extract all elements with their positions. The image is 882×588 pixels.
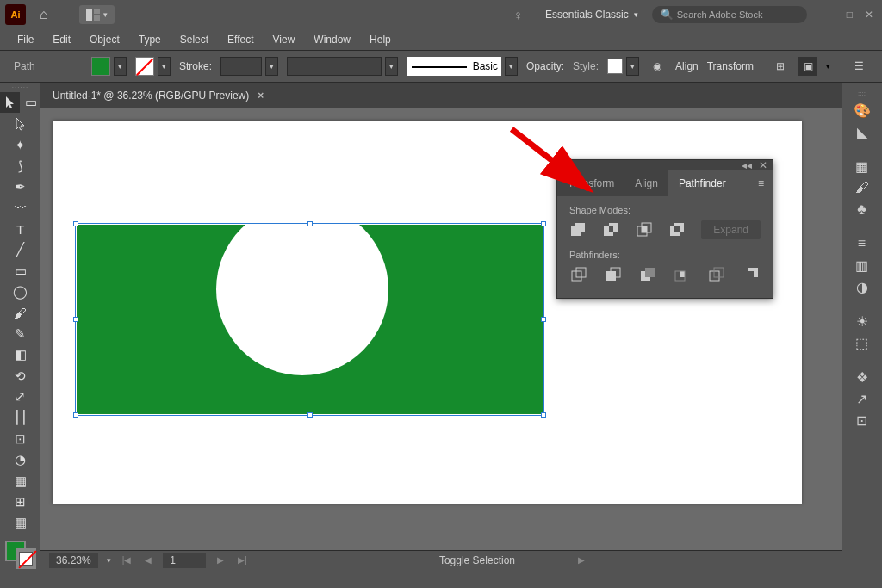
chevron-down-icon[interactable]: ▾ xyxy=(826,62,830,71)
document-tab-title[interactable]: Untitled-1* @ 36.23% (RGB/GPU Preview) xyxy=(53,90,249,102)
close-button[interactable]: ✕ xyxy=(865,9,873,21)
color-panel-icon[interactable]: 🎨 xyxy=(851,101,873,120)
magic-wand-tool[interactable]: ✦ xyxy=(10,135,30,154)
crop-button[interactable] xyxy=(673,265,692,284)
next-artboard-button[interactable]: ▶ xyxy=(214,555,227,565)
workspace-switcher[interactable]: Essentials Classic ▾ xyxy=(538,5,645,24)
panel-flyout-menu[interactable]: ≡ xyxy=(749,177,773,189)
transparency-panel-icon[interactable]: ◑ xyxy=(851,277,873,296)
tab-transform[interactable]: Transform xyxy=(557,170,624,196)
var-width-dropdown[interactable]: ▾ xyxy=(385,57,398,76)
pen-tool[interactable]: ✒ xyxy=(10,177,30,196)
stroke-label[interactable]: Stroke: xyxy=(179,60,212,72)
status-menu[interactable]: ▶ xyxy=(575,555,587,565)
stroke-weight-input[interactable] xyxy=(220,57,262,76)
fill-swatch[interactable] xyxy=(91,57,110,76)
ellipse-tool[interactable]: ◯ xyxy=(10,282,30,301)
arrange-documents-button[interactable]: ▾ xyxy=(79,5,115,24)
direct-selection-tool[interactable] xyxy=(10,115,30,133)
curvature-tool[interactable]: 〰 xyxy=(10,199,30,218)
artboards-panel-icon[interactable]: ⊡ xyxy=(851,411,873,430)
menu-effect[interactable]: Effect xyxy=(219,31,262,48)
home-icon[interactable]: ⌂ xyxy=(33,3,55,26)
merge-button[interactable] xyxy=(638,265,657,284)
transform-link[interactable]: Transform xyxy=(707,60,754,72)
zoom-value[interactable]: 36.23% xyxy=(49,553,98,568)
symbols-panel-icon[interactable]: ♣ xyxy=(851,200,873,219)
artboard-number[interactable]: 1 xyxy=(163,553,206,568)
brush-dropdown[interactable]: ▾ xyxy=(505,57,518,76)
align-link[interactable]: Align xyxy=(675,60,699,72)
line-tool[interactable]: ╱ xyxy=(10,240,30,259)
stroke-panel-icon[interactable]: ≡ xyxy=(851,234,873,253)
menu-view[interactable]: View xyxy=(264,31,304,48)
free-transform-tool[interactable]: ⊡ xyxy=(10,430,30,449)
var-width-profile[interactable] xyxy=(287,57,382,76)
outline-button[interactable] xyxy=(707,265,726,284)
minimize-button[interactable]: — xyxy=(824,9,835,21)
edit-object-icon[interactable]: ▣ xyxy=(798,57,817,76)
divide-button[interactable] xyxy=(569,265,588,284)
intersect-button[interactable] xyxy=(636,220,653,239)
tab-align[interactable]: Align xyxy=(624,170,668,196)
width-tool[interactable]: ⎮⎮ xyxy=(10,408,30,427)
menu-object[interactable]: Object xyxy=(81,31,128,48)
minus-back-button[interactable] xyxy=(742,265,761,284)
type-tool[interactable]: T xyxy=(10,220,30,238)
artboard-tool[interactable]: ▭ xyxy=(21,92,40,113)
collapse-panel-icon[interactable]: ◂◂ xyxy=(742,159,752,171)
tab-pathfinder[interactable]: Pathfinder xyxy=(668,170,736,196)
last-artboard-button[interactable]: ▶| xyxy=(235,555,250,565)
first-artboard-button[interactable]: |◀ xyxy=(120,555,134,565)
stroke-dropdown[interactable]: ▾ xyxy=(158,57,171,76)
asset-export-panel-icon[interactable]: ↗ xyxy=(851,389,873,408)
selection-tool[interactable] xyxy=(0,92,20,113)
perspective-tool[interactable]: ▦ xyxy=(10,471,30,490)
minus-front-button[interactable] xyxy=(602,220,619,239)
menu-edit[interactable]: Edit xyxy=(44,31,79,48)
zoom-dropdown[interactable]: ▾ xyxy=(107,556,111,565)
panel-menu-icon[interactable]: ☰ xyxy=(849,57,868,76)
shape-builder-tool[interactable]: ◔ xyxy=(10,450,30,469)
panel-grip[interactable]: :::: xyxy=(858,90,866,97)
eraser-tool[interactable]: ◧ xyxy=(10,345,30,364)
scale-tool[interactable]: ⤢ xyxy=(10,387,30,406)
menu-type[interactable]: Type xyxy=(130,31,170,48)
unite-button[interactable] xyxy=(569,220,587,239)
lightbulb-icon[interactable]: ♀ xyxy=(513,8,523,22)
close-tab-button[interactable]: × xyxy=(258,90,264,102)
rectangle-tool[interactable]: ▭ xyxy=(10,262,30,281)
menu-window[interactable]: Window xyxy=(305,31,359,48)
maximize-button[interactable]: □ xyxy=(847,9,853,21)
menu-select[interactable]: Select xyxy=(171,31,217,48)
stroke-weight-dropdown[interactable]: ▾ xyxy=(265,57,278,76)
opacity-label[interactable]: Opacity: xyxy=(526,60,564,72)
panel-grip[interactable]: :::::: xyxy=(3,84,38,91)
brushes-panel-icon[interactable]: 🖌 xyxy=(851,178,873,197)
layers-panel-icon[interactable]: ❖ xyxy=(851,368,873,387)
pathfinder-panel[interactable]: ◂◂ ✕ Transform Align Pathfinder ≡ Shape … xyxy=(556,159,773,299)
mesh-tool[interactable]: ⊞ xyxy=(10,492,30,511)
lasso-tool[interactable]: ⟆ xyxy=(10,157,30,176)
graphic-styles-panel-icon[interactable]: ⬚ xyxy=(851,333,873,352)
menu-file[interactable]: File xyxy=(9,31,42,48)
gradient-panel-icon[interactable]: ▥ xyxy=(851,256,873,275)
trim-button[interactable] xyxy=(604,265,623,284)
isolate-icon[interactable]: ⊞ xyxy=(771,57,790,76)
prev-artboard-button[interactable]: ◀ xyxy=(142,555,154,565)
gradient-tool[interactable]: ▦ xyxy=(10,513,30,532)
rotate-tool[interactable]: ⟲ xyxy=(10,367,30,386)
pencil-tool[interactable]: ✎ xyxy=(10,325,30,344)
style-dropdown[interactable]: ▾ xyxy=(626,57,639,76)
search-input[interactable]: 🔍 Search Adobe Stock xyxy=(652,6,807,23)
menu-help[interactable]: Help xyxy=(361,31,400,48)
close-panel-button[interactable]: ✕ xyxy=(759,159,767,171)
color-guide-panel-icon[interactable]: ◣ xyxy=(851,122,873,141)
fill-dropdown[interactable]: ▾ xyxy=(114,57,127,76)
swatches-panel-icon[interactable]: ▦ xyxy=(851,157,873,176)
fill-stroke-indicator[interactable] xyxy=(3,541,38,570)
appearance-panel-icon[interactable]: ☀ xyxy=(851,312,873,331)
stroke-swatch[interactable] xyxy=(135,57,154,76)
recolor-icon[interactable]: ◉ xyxy=(648,57,667,76)
exclude-button[interactable] xyxy=(668,220,686,239)
